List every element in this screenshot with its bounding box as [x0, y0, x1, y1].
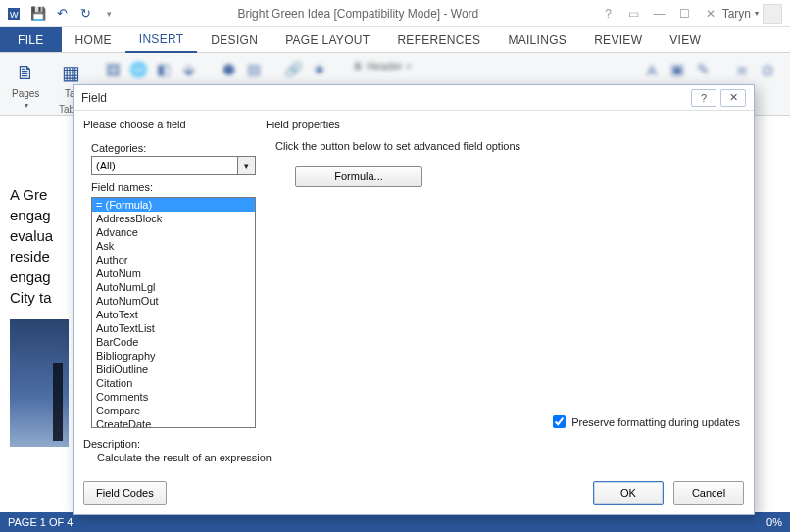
status-bar: PAGE 1 OF 4 .0%: [0, 512, 790, 532]
list-item[interactable]: BarCode: [92, 335, 255, 349]
chevron-down-icon: ▾: [407, 62, 411, 71]
media-icon[interactable]: ▤: [243, 59, 265, 80]
undo-icon[interactable]: ↶: [51, 3, 73, 24]
bookmark-icon[interactable]: ★: [308, 59, 329, 80]
quick-access-toolbar: W 💾 ↶ ↻ ▾: [4, 3, 120, 24]
text-group: A ▣ ✎: [635, 57, 719, 82]
quickparts-icon[interactable]: ▣: [667, 59, 688, 80]
tab-insert[interactable]: INSERT: [125, 27, 198, 53]
tab-references[interactable]: REFERENCES: [383, 27, 494, 52]
tab-mailings[interactable]: MAILINGS: [494, 27, 580, 52]
ribbon-display-icon[interactable]: ▭: [622, 4, 646, 24]
list-item[interactable]: Citation: [92, 376, 255, 390]
dialog-titlebar: Field ? ✕: [74, 85, 754, 111]
field-dialog: Field ? ✕ Please choose a field Categori…: [73, 84, 755, 515]
cancel-button[interactable]: Cancel: [673, 481, 744, 505]
minimize-icon[interactable]: —: [648, 4, 671, 24]
document-image: [10, 319, 69, 447]
pages-icon: 🗎: [12, 59, 39, 86]
field-codes-button[interactable]: Field Codes: [83, 481, 167, 505]
word-app-icon[interactable]: W: [4, 3, 25, 24]
dialog-title: Field: [81, 91, 107, 105]
symbols-group: π Ω: [725, 57, 784, 82]
shapes-icon[interactable]: ◧: [153, 59, 174, 80]
list-item[interactable]: AutoNumOut: [92, 294, 255, 308]
header-footer-group: 🗎 Header ▾: [341, 57, 422, 74]
list-item[interactable]: Author: [92, 253, 255, 266]
list-item[interactable]: AutoNumLgl: [92, 280, 255, 294]
list-item[interactable]: Advance: [92, 225, 255, 239]
links-group: 🔗 ★: [276, 57, 335, 82]
pages-label: Pages: [12, 88, 39, 99]
field-properties-label: Field properties: [266, 119, 744, 130]
tab-design[interactable]: DESIGN: [197, 27, 272, 52]
categories-label: Categories:: [91, 142, 256, 154]
save-icon[interactable]: 💾: [27, 3, 49, 24]
close-icon[interactable]: ✕: [699, 4, 722, 24]
preserve-checkbox-input[interactable]: [553, 415, 566, 428]
maximize-icon[interactable]: ☐: [673, 4, 697, 24]
dialog-help-button[interactable]: ?: [691, 89, 716, 107]
tab-review[interactable]: REVIEW: [580, 27, 656, 52]
tab-file[interactable]: FILE: [0, 27, 62, 52]
dialog-right-panel: Field properties Click the button below …: [266, 119, 744, 430]
zoom-level[interactable]: .0%: [764, 516, 782, 528]
field-names-listbox[interactable]: = (Formula) AddressBlock Advance Ask Aut…: [91, 197, 256, 428]
pictures-icon[interactable]: 🖼: [102, 59, 123, 80]
list-item[interactable]: CreateDate: [92, 417, 255, 428]
list-item[interactable]: Bibliography: [92, 349, 255, 363]
qat-customize-icon[interactable]: ▾: [98, 3, 120, 24]
user-account[interactable]: Taryn ▾: [722, 4, 782, 24]
header-label: Header: [367, 60, 402, 72]
online-pictures-icon[interactable]: 🌐: [127, 59, 149, 80]
store-icon[interactable]: ⬢: [218, 59, 239, 80]
choose-field-label: Please choose a field: [83, 119, 256, 130]
window-title: Bright Green Idea [Compatibility Mode] -…: [120, 7, 597, 21]
categories-combobox[interactable]: ▾: [91, 156, 256, 175]
list-item[interactable]: BidiOutline: [92, 363, 255, 376]
ok-button[interactable]: OK: [593, 481, 664, 505]
table-icon: ▦: [57, 59, 84, 86]
redo-icon[interactable]: ↻: [74, 3, 96, 24]
tab-page-layout[interactable]: PAGE LAYOUT: [272, 27, 383, 52]
ribbon-tabs: FILE HOME INSERT DESIGN PAGE LAYOUT REFE…: [0, 27, 790, 53]
list-item[interactable]: = (Formula): [92, 198, 255, 212]
help-icon[interactable]: ?: [597, 4, 620, 24]
field-names-label: Field names:: [91, 181, 256, 193]
equation-icon[interactable]: π: [731, 59, 753, 80]
user-name: Taryn: [722, 7, 751, 21]
symbol-icon[interactable]: Ω: [757, 59, 778, 80]
window-controls: ? ▭ — ☐ ✕: [597, 4, 722, 24]
categories-input[interactable]: [91, 156, 238, 175]
illustrations-group: 🖼 🌐 ◧ ⬙: [96, 57, 206, 82]
textbox-icon[interactable]: A: [641, 59, 663, 80]
hyperlink-icon[interactable]: 🔗: [282, 59, 304, 80]
dialog-body: Please choose a field Categories: ▾ Fiel…: [74, 111, 754, 434]
list-item[interactable]: Comments: [92, 390, 255, 404]
list-item[interactable]: AutoTextList: [92, 321, 255, 335]
field-properties-hint: Click the button below to set advanced f…: [275, 140, 744, 152]
chevron-down-icon[interactable]: ▾: [238, 156, 256, 175]
preserve-formatting-checkbox[interactable]: Preserve formatting during updates: [553, 415, 740, 428]
list-item[interactable]: AddressBlock: [92, 212, 255, 225]
apps-group: ⬢ ▤: [212, 57, 271, 82]
formula-button[interactable]: Formula...: [295, 166, 422, 187]
preserve-label: Preserve formatting during updates: [571, 416, 740, 428]
avatar: [763, 4, 782, 24]
list-item[interactable]: Compare: [92, 404, 255, 417]
chevron-down-icon: ▾: [25, 101, 28, 110]
list-item[interactable]: AutoText: [92, 308, 255, 321]
list-item[interactable]: AutoNum: [92, 266, 255, 280]
smartart-icon[interactable]: ⬙: [178, 59, 200, 80]
dialog-footer: Field Codes OK Cancel: [74, 475, 754, 514]
page-indicator[interactable]: PAGE 1 OF 4: [8, 516, 73, 528]
dialog-description: Description: Calculate the result of an …: [74, 434, 754, 475]
dialog-close-button[interactable]: ✕: [720, 89, 746, 107]
tab-view[interactable]: VIEW: [656, 27, 715, 52]
tab-home[interactable]: HOME: [62, 27, 125, 52]
list-item[interactable]: Ask: [92, 239, 255, 253]
pages-group[interactable]: 🗎 Pages ▾: [6, 57, 45, 112]
header-button[interactable]: 🗎 Header ▾: [347, 59, 417, 73]
wordart-icon[interactable]: ✎: [692, 59, 714, 80]
svg-text:W: W: [10, 10, 19, 20]
